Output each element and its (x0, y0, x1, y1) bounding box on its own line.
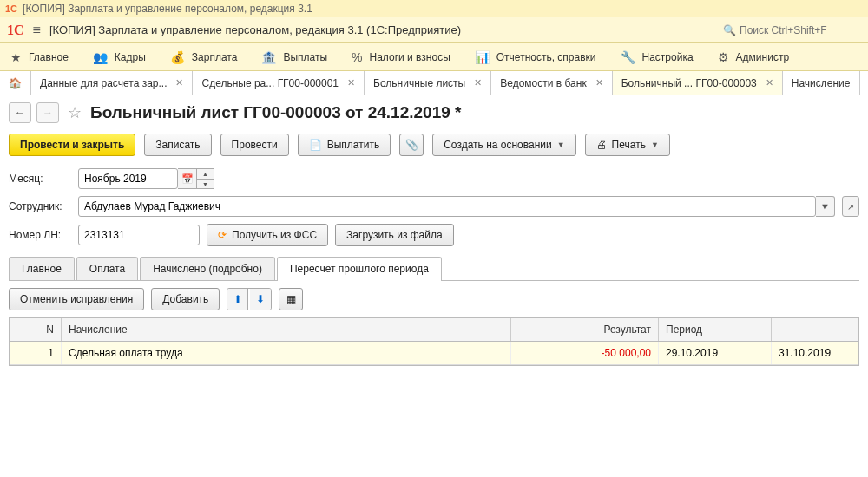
month-spinner[interactable]: ▲▼ (197, 168, 214, 189)
menu-admin[interactable]: ⚙Администр (718, 50, 789, 64)
logo-1c: 1C (7, 23, 24, 38)
safe-icon: 🏦 (261, 50, 276, 64)
col-result[interactable]: Результат (511, 318, 659, 341)
document-toolbar: Провести и закрыть Записать Провести 📄Вы… (0, 130, 868, 165)
favorite-icon[interactable]: ☆ (68, 103, 82, 122)
tab-5[interactable]: Начисление (783, 71, 860, 95)
cancel-corrections-button[interactable]: Отменить исправления (9, 288, 144, 310)
get-fss-button[interactable]: ⟳Получить из ФСС (207, 224, 328, 246)
document-tabs: 🏠 Данные для расчета зар...✕ Сдельные ра… (0, 71, 868, 95)
nav-forward-button[interactable]: → (36, 102, 59, 123)
menu-nalogi[interactable]: %Налоги и взносы (352, 50, 450, 64)
wallet-icon: 📄 (309, 139, 322, 151)
cell-period-end: 31.10.2019 (772, 342, 858, 364)
post-button[interactable]: Провести (220, 134, 289, 156)
main-menu: ★Главное 👥Кадры 💰Зарплата 🏦Выплаты %Нало… (0, 43, 868, 71)
inner-tabs: Главное Оплата Начислено (подробно) Пере… (9, 257, 859, 281)
menu-nastroyka[interactable]: 🔧Настройка (621, 50, 694, 64)
menu-kadry[interactable]: 👥Кадры (93, 50, 146, 64)
clip-icon: 📎 (405, 139, 418, 151)
load-file-button[interactable]: Загрузить из файла (335, 224, 454, 246)
pay-button[interactable]: 📄Выплатить (298, 134, 391, 156)
move-up-button[interactable]: ⬆ (227, 289, 248, 310)
cell-result: -50 000,00 (511, 342, 659, 364)
itab-main[interactable]: Главное (9, 257, 75, 280)
create-on-basis-button[interactable]: Создать на основании▼ (432, 134, 575, 156)
grid-header: N Начисление Результат Период (10, 318, 858, 342)
close-icon[interactable]: ✕ (766, 77, 773, 88)
table-row[interactable]: 1 Сдельная оплата труда -50 000,00 29.10… (10, 342, 858, 365)
document-header: ← → ☆ Больничный лист ГГ00-000003 от 24.… (0, 95, 868, 130)
col-period[interactable]: Период (659, 318, 772, 341)
col-name[interactable]: Начисление (62, 318, 511, 341)
search-icon: 🔍 (723, 24, 736, 36)
itab-oplata[interactable]: Оплата (76, 257, 138, 280)
close-icon[interactable]: ✕ (595, 77, 603, 88)
row-employee: Сотрудник: ▼ ↗ (0, 193, 868, 220)
global-search[interactable]: 🔍 (723, 24, 861, 36)
open-ref-button[interactable]: ↗ (842, 196, 859, 217)
sub-toolbar: Отменить исправления Добавить ⬆ ⬇ ▦ (0, 281, 868, 317)
tab-3[interactable]: Ведомости в банк✕ (491, 71, 612, 95)
window-titlebar: 1C [КОПИЯ] Зарплата и управление персона… (0, 0, 868, 17)
tab-0[interactable]: Данные для расчета зар...✕ (31, 71, 193, 95)
star-icon: ★ (10, 50, 22, 64)
menu-vyplaty[interactable]: 🏦Выплаты (261, 50, 327, 64)
close-icon[interactable]: ✕ (175, 77, 183, 88)
month-label: Месяц: (9, 173, 71, 185)
gear-icon: ⚙ (718, 50, 729, 64)
report-icon: 📊 (475, 50, 490, 64)
dropdown-icon[interactable]: ▼ (816, 196, 835, 217)
close-icon[interactable]: ✕ (347, 77, 355, 88)
ln-input[interactable] (78, 225, 200, 245)
cell-name: Сдельная оплата труда (62, 342, 511, 364)
menu-main[interactable]: ★Главное (10, 50, 69, 64)
refresh-icon: ⟳ (218, 229, 227, 241)
spin-up-icon[interactable]: ▲ (197, 168, 214, 179)
table-icon: ▦ (286, 293, 296, 305)
print-button[interactable]: 🖨Печать▼ (585, 134, 670, 156)
col-n[interactable]: N (10, 318, 62, 341)
cell-n: 1 (10, 342, 62, 364)
itab-nachisleno[interactable]: Начислено (подробно) (140, 257, 275, 280)
month-input[interactable] (78, 168, 178, 189)
itab-pereschet[interactable]: Пересчет прошлого периода (277, 257, 442, 280)
arrow-down-icon: ⬇ (256, 293, 265, 305)
app-title: [КОПИЯ] Зарплата и управление персоналом… (49, 23, 723, 36)
tab-2[interactable]: Больничные листы✕ (365, 71, 491, 95)
menu-icon[interactable]: ≡ (33, 23, 41, 38)
home-icon: 🏠 (9, 77, 22, 89)
add-button[interactable]: Добавить (151, 288, 220, 310)
tab-home[interactable]: 🏠 (0, 71, 31, 95)
employee-input[interactable] (78, 196, 816, 217)
attachment-button[interactable]: 📎 (399, 134, 424, 156)
chevron-down-icon: ▼ (557, 140, 565, 149)
tab-1[interactable]: Сдельные ра... ГГ00-000001✕ (193, 71, 365, 95)
app-bar: 1C ≡ [КОПИЯ] Зарплата и управление персо… (0, 17, 868, 43)
ln-label: Номер ЛН: (9, 229, 71, 241)
chevron-down-icon: ▼ (651, 140, 659, 149)
spin-down-icon[interactable]: ▼ (197, 179, 214, 189)
write-button[interactable]: Записать (144, 134, 211, 156)
columns-button[interactable]: ▦ (279, 288, 303, 310)
app-mini-logo: 1C (5, 3, 17, 14)
arrow-up-icon: ⬆ (233, 293, 242, 305)
money-icon: 💰 (170, 50, 185, 64)
col-period-end[interactable] (772, 318, 858, 341)
row-month: Месяц: 📅 ▲▼ (0, 165, 868, 193)
cell-period: 29.10.2019 (659, 342, 772, 364)
nav-back-button[interactable]: ← (9, 102, 31, 123)
close-icon[interactable]: ✕ (474, 77, 482, 88)
document-title: Больничный лист ГГ00-000003 от 24.12.201… (90, 103, 461, 122)
recalc-grid: N Начисление Результат Период 1 Сдельная… (9, 317, 859, 366)
people-icon: 👥 (93, 50, 108, 64)
tab-4[interactable]: Больничный ... ГГ00-000003✕ (613, 71, 783, 95)
row-ln: Номер ЛН: ⟳Получить из ФСС Загрузить из … (0, 220, 868, 250)
menu-otchet[interactable]: 📊Отчетность, справки (475, 50, 596, 64)
wrench-icon: 🔧 (621, 50, 635, 64)
move-down-button[interactable]: ⬇ (250, 289, 271, 310)
search-input[interactable] (740, 24, 861, 36)
calendar-icon[interactable]: 📅 (178, 168, 197, 189)
post-and-close-button[interactable]: Провести и закрыть (9, 134, 135, 156)
menu-zarplata[interactable]: 💰Зарплата (170, 50, 238, 64)
